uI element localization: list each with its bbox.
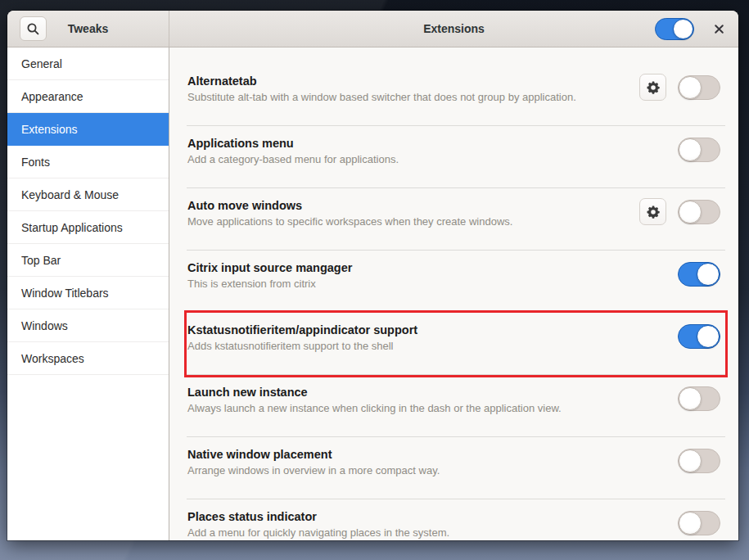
sidebar-item-label: Windows [21,319,68,332]
search-button[interactable] [20,16,47,41]
extension-text: Places status indicator Add a menu for q… [187,508,449,540]
extension-description: Arrange windows in overview in a more co… [187,463,440,478]
extension-toggle[interactable] [678,138,720,162]
extension-title: Alternatetab [187,73,576,89]
extension-row-kstatusnotifieritem-appindicator-support: Kstatusnotifieritem/appindicator support… [187,313,725,375]
toggle-knob [697,325,720,348]
page-title: Extensions [423,22,485,35]
toggle-knob [679,76,702,99]
sidebar-item-label: Appearance [21,90,83,103]
extension-text: Auto move windows Move applications to s… [187,197,512,250]
headerbar-right: Extensions [169,11,738,47]
extension-title: Places status indicator [187,508,449,525]
sidebar-item-startup-applications[interactable]: Startup Applications [7,211,169,244]
app-title: Tweaks [68,22,109,35]
extension-controls [678,135,720,187]
extension-toggle[interactable] [678,386,720,411]
extension-text: Launch new instance Always launch a new … [187,384,562,436]
extension-toggle[interactable] [678,262,720,287]
sidebar-item-appearance[interactable]: Appearance [7,80,169,113]
extension-text: Applications menu Add a category-based m… [187,135,399,187]
extension-controls [678,260,720,312]
extension-row-places-status-indicator: Places status indicator Add a menu for q… [187,499,725,540]
extension-controls [639,73,720,125]
sidebar-item-fonts[interactable]: Fonts [7,146,169,178]
toggle-knob [697,263,720,286]
toggle-knob [679,138,702,161]
extension-settings-button[interactable] [639,74,666,101]
extension-settings-button[interactable] [639,198,666,225]
extensions-master-toggle[interactable] [655,18,694,40]
extension-controls [678,446,720,499]
toggle-knob [679,512,702,535]
extension-description: Always launch a new instance when clicki… [187,400,562,416]
extension-title: Native window placement [187,446,440,463]
toggle-knob [679,449,702,472]
sidebar-item-label: General [21,57,62,70]
sidebar-item-label: Window Titlebars [21,287,109,300]
sidebar-item-label: Workspaces [21,352,84,365]
sidebar-item-workspaces[interactable]: Workspaces [7,342,169,375]
extension-text: Citrix input source mangager This is ext… [187,260,352,312]
extension-title: Applications menu [187,135,399,151]
sidebar-item-label: Startup Applications [21,221,123,234]
extension-row-applications-menu: Applications menu Add a category-based m… [187,126,725,188]
close-button[interactable] [707,17,730,40]
extension-row-auto-move-windows: Auto move windows Move applications to s… [187,188,725,251]
extension-row-native-window-placement: Native window placement Arrange windows … [187,437,725,499]
extension-toggle[interactable] [678,200,720,224]
close-icon [714,24,724,34]
extension-list: Alternatetab Substitute alt-tab with a w… [169,47,738,540]
extension-row-alternatetab: Alternatetab Substitute alt-tab with a w… [187,64,725,126]
extension-description: Add a menu for quickly navigating places… [187,525,449,540]
extension-text: Kstatusnotifieritem/appindicator support… [187,322,417,374]
extension-controls [678,508,720,540]
extension-text: Alternatetab Substitute alt-tab with a w… [187,73,576,125]
sidebar-item-window-titlebars[interactable]: Window Titlebars [7,277,169,309]
extension-row-launch-new-instance: Launch new instance Always launch a new … [187,375,725,437]
sidebar-list: General Appearance Extensions Fonts Keyb… [7,47,169,540]
toggle-knob [673,19,693,39]
sidebar-item-label: Fonts [21,156,50,169]
extension-title: Kstatusnotifieritem/appindicator support [187,322,417,338]
extension-toggle[interactable] [678,75,720,100]
extension-description: Add a category-based menu for applicatio… [187,151,399,167]
sidebar-item-extensions[interactable]: Extensions [7,113,169,146]
sidebar-item-top-bar[interactable]: Top Bar [7,244,169,277]
extension-description: Substitute alt-tab with a window based s… [187,89,576,105]
extension-description: This is extension from citrix [187,276,352,291]
extension-title: Auto move windows [187,197,512,214]
sidebar-item-keyboard-mouse[interactable]: Keyboard & Mouse [7,178,169,211]
extension-row-citrix-input-source-mangager: Citrix input source mangager This is ext… [187,251,725,313]
sidebar-item-label: Extensions [21,123,77,136]
sidebar-item-general[interactable]: General [7,47,169,80]
extension-controls [678,384,720,436]
gear-icon [646,80,661,95]
sidebar-item-windows[interactable]: Windows [7,309,169,342]
gear-icon [646,205,661,219]
headerbar: Tweaks Extensions [7,11,738,47]
extension-description: Adds kstatusnotifieritem support to the … [187,338,417,354]
sidebar-item-label: Keyboard & Mouse [21,188,119,201]
extension-title: Citrix input source mangager [187,260,352,276]
tweaks-window: Tweaks Extensions General Appearance Ext… [7,11,738,540]
extension-text: Native window placement Arrange windows … [187,446,440,499]
toggle-knob [679,387,702,410]
toggle-knob [679,201,702,224]
extension-controls [678,322,720,374]
headerbar-left: Tweaks [7,11,169,47]
extension-toggle[interactable] [678,511,720,535]
extension-description: Move applications to specific workspaces… [187,214,512,229]
extension-title: Launch new instance [187,384,562,400]
search-icon [26,22,40,36]
extension-toggle[interactable] [678,449,720,473]
extension-controls [639,197,720,250]
sidebar-item-label: Top Bar [21,254,61,267]
window-body: General Appearance Extensions Fonts Keyb… [7,47,738,540]
extension-toggle[interactable] [678,324,720,349]
